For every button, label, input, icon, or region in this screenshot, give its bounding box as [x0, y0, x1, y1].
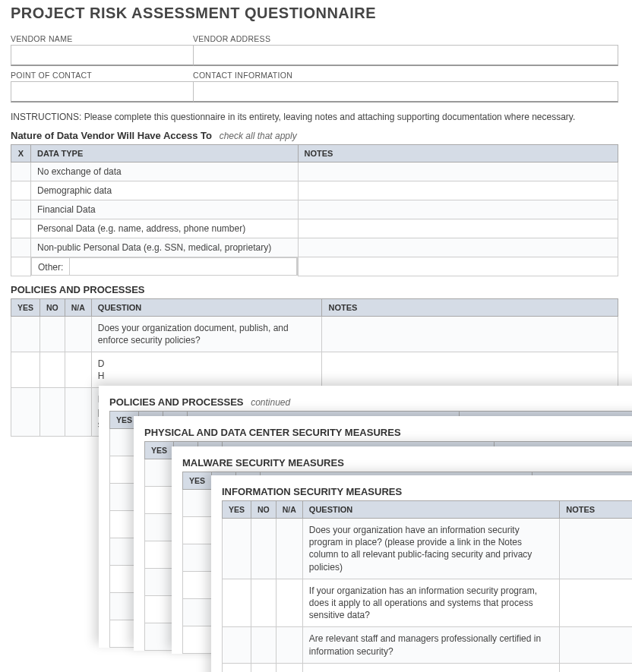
table-row: Financial Data: [11, 200, 618, 219]
pp-th-yes: Yes: [11, 298, 40, 316]
check-cell[interactable]: [11, 181, 31, 200]
check-cell[interactable]: [11, 238, 31, 257]
pp-th-question: QUESTION: [91, 298, 322, 316]
notes-cell[interactable]: [298, 257, 618, 276]
vendor-name-label: VENDOR NAME: [11, 34, 193, 43]
datatype-cell: Non-public Personal Data (e.g. SSN, medi…: [31, 238, 299, 257]
info-th-question: QUESTION: [302, 501, 559, 519]
contact-info-input[interactable]: [193, 81, 618, 103]
main-page: PROJECT RISK ASSESSMENT QUESTIONNAIRE VE…: [11, 5, 618, 437]
check-cell[interactable]: [11, 257, 31, 276]
yes-cell[interactable]: [11, 316, 40, 352]
nature-title-text: Nature of Data Vendor Will Have Access T…: [11, 130, 212, 141]
check-cell[interactable]: [11, 162, 31, 181]
cell[interactable]: [183, 599, 212, 626]
datatype-cell: No exchange of data: [31, 162, 299, 181]
contact-info-label: CONTACT INFORMATION: [193, 71, 618, 80]
table-row-other: Other:: [11, 257, 618, 276]
no-cell[interactable]: [251, 663, 276, 672]
no-cell[interactable]: [251, 579, 276, 627]
cell[interactable]: [145, 596, 174, 623]
notes-cell[interactable]: [560, 579, 632, 627]
cell[interactable]: [145, 623, 174, 651]
q-frag: H: [98, 371, 105, 381]
check-cell[interactable]: [11, 219, 31, 238]
nature-th-datatype: DATA TYPE: [31, 145, 299, 162]
table-row: Personal Data (e.g. name, address, phone…: [11, 219, 618, 238]
datatype-cell: Demographic data: [31, 181, 299, 200]
datatype-cell: Financial Data: [31, 200, 299, 219]
q-frag: D: [98, 358, 105, 369]
info-th-yes: Yes: [223, 501, 251, 519]
notes-cell[interactable]: [322, 352, 618, 387]
na-cell[interactable]: [276, 519, 302, 579]
yes-cell[interactable]: [223, 627, 251, 663]
row-vendor: VENDOR NAME VENDOR ADDRESS: [11, 34, 618, 66]
notes-cell[interactable]: [560, 627, 632, 663]
no-cell[interactable]: [40, 316, 65, 352]
nature-hint: check all that apply: [220, 131, 297, 141]
nature-table: X DATA TYPE NOTES No exchange of data De…: [11, 144, 618, 276]
pp-title-text: POLICIES AND PROCESSES: [109, 396, 244, 408]
cell[interactable]: [145, 541, 174, 569]
no-cell[interactable]: [40, 388, 65, 437]
na-cell[interactable]: [65, 388, 91, 437]
question-cell: [302, 663, 559, 672]
table-row: Non-public Personal Data (e.g. SSN, medi…: [11, 238, 618, 257]
nature-th-x: X: [11, 145, 31, 162]
notes-cell[interactable]: [298, 219, 618, 238]
cell[interactable]: [183, 490, 212, 517]
pp-continued-title: POLICIES AND PROCESSES continued: [109, 396, 632, 408]
cell[interactable]: [183, 544, 212, 572]
info-title: INFORMATION SECURITY MEASURES: [222, 486, 632, 497]
vendor-address-input[interactable]: [193, 45, 618, 66]
yes-cell[interactable]: [223, 519, 251, 579]
poc-input[interactable]: [11, 81, 193, 103]
yes-cell[interactable]: [11, 352, 40, 387]
na-cell[interactable]: [65, 316, 91, 352]
pp-th-na: N/A: [65, 298, 91, 316]
notes-cell[interactable]: [560, 519, 632, 579]
question-cell: Does your organization document, publish…: [91, 316, 322, 352]
question-cell: If your organization has an information …: [302, 579, 559, 627]
no-cell[interactable]: [251, 627, 276, 663]
cell[interactable]: [145, 514, 174, 541]
cell[interactable]: [145, 569, 174, 596]
notes-cell[interactable]: [298, 162, 618, 181]
yes-cell[interactable]: [223, 663, 251, 672]
table-row: Demographic data: [11, 181, 618, 200]
notes-cell[interactable]: [322, 316, 618, 352]
notes-cell[interactable]: [298, 181, 618, 200]
cell[interactable]: [145, 487, 174, 514]
cell[interactable]: [183, 517, 212, 544]
no-cell[interactable]: [251, 519, 276, 579]
notes-cell[interactable]: [298, 238, 618, 257]
check-cell[interactable]: [11, 200, 31, 219]
na-cell[interactable]: [276, 663, 302, 672]
nature-section-title: Nature of Data Vendor Will Have Access T…: [11, 130, 618, 141]
question-cell: D H: [91, 352, 322, 387]
yes-cell[interactable]: [11, 388, 40, 437]
na-cell[interactable]: [276, 627, 302, 663]
no-cell[interactable]: [40, 352, 65, 387]
notes-cell[interactable]: [298, 200, 618, 219]
cell[interactable]: [183, 572, 212, 599]
info-table: Yes No N/A QUESTION NOTES Does your orga…: [222, 500, 632, 672]
vendor-name-input[interactable]: [11, 45, 193, 66]
cell[interactable]: [183, 626, 212, 654]
yes-cell[interactable]: [223, 579, 251, 627]
cell[interactable]: [145, 459, 174, 487]
info-th-no: No: [251, 501, 276, 519]
pp-section-title: POLICIES AND PROCESSES: [11, 284, 618, 295]
field-poc: POINT OF CONTACT: [11, 71, 193, 103]
na-cell[interactable]: [65, 352, 91, 387]
other-input[interactable]: [70, 258, 296, 275]
other-label: Other:: [32, 258, 70, 275]
table-row: [223, 663, 633, 672]
question-cell: Does your organization have an informati…: [302, 519, 559, 579]
na-cell[interactable]: [276, 579, 302, 627]
nature-th-notes: NOTES: [298, 145, 618, 162]
row-contact: POINT OF CONTACT CONTACT INFORMATION: [11, 71, 618, 103]
notes-cell[interactable]: [560, 663, 632, 672]
question-cell: Are relevant staff and managers professi…: [302, 627, 559, 663]
